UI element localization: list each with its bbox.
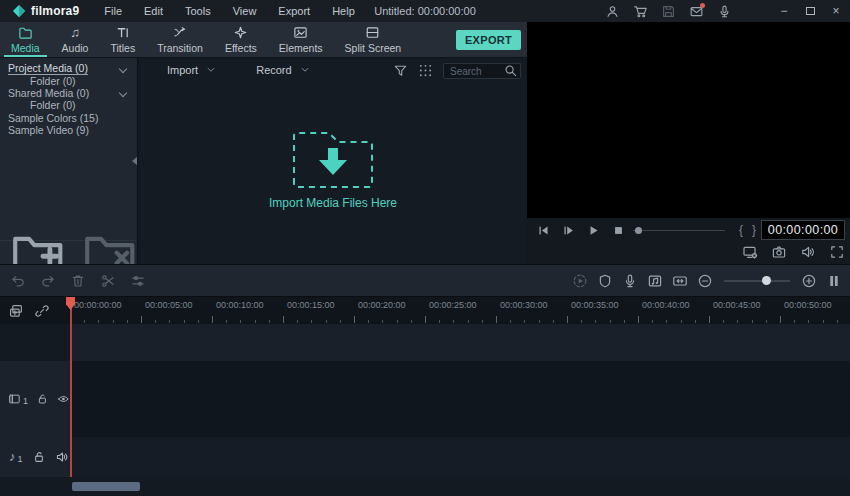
maximize-button[interactable]	[804, 0, 816, 22]
chevron-down-icon[interactable]	[120, 89, 127, 96]
tab-split-screen[interactable]: Split Screen	[334, 22, 413, 57]
snapshot-camera-icon[interactable]	[771, 244, 787, 260]
next-frame-button[interactable]	[562, 224, 575, 237]
ruler-tick	[652, 320, 653, 323]
ruler-label: 00:00:40:00	[642, 300, 690, 310]
track-height-icon[interactable]	[826, 273, 842, 289]
grid-view-icon[interactable]	[418, 63, 433, 78]
link-icon[interactable]	[34, 303, 50, 319]
import-dropdown[interactable]: Import	[161, 64, 222, 76]
preview-screen[interactable]	[527, 22, 850, 218]
audio-mixer-icon[interactable]	[647, 273, 663, 289]
sidebar-item-folder-0[interactable]: Folder (0)	[0, 99, 137, 111]
delete-icon[interactable]	[70, 273, 86, 289]
tab-titles[interactable]: Titles	[99, 22, 146, 57]
tab-transition[interactable]: Transition	[146, 22, 214, 57]
display-settings-icon[interactable]	[742, 244, 758, 260]
cart-icon[interactable]	[633, 4, 648, 19]
tab-label: Effects	[225, 42, 257, 54]
minimize-button[interactable]: −	[778, 0, 790, 22]
tab-audio[interactable]: ♫Audio	[51, 22, 100, 57]
titles-icon	[115, 25, 130, 40]
zoom-to-fit-icon[interactable]	[672, 273, 688, 289]
ruler-tick	[595, 320, 596, 323]
export-button[interactable]: EXPORT	[456, 30, 521, 50]
dropzone-label: Import Media Files Here	[269, 196, 397, 210]
lock-icon[interactable]	[32, 450, 46, 464]
edit-toolbar	[0, 264, 850, 297]
audio-track[interactable]: ♪ 1	[0, 437, 850, 477]
sidebar-item-sample-colors-15[interactable]: Sample Colors (15)	[0, 112, 137, 124]
menu-edit[interactable]: Edit	[133, 0, 174, 22]
sidebar-item-sample-video-9[interactable]: Sample Video (9)	[0, 124, 137, 136]
menu-file[interactable]: File	[93, 0, 133, 22]
menu-export[interactable]: Export	[267, 0, 321, 22]
adjust-icon[interactable]	[130, 273, 146, 289]
ruler-tick	[794, 320, 795, 323]
tab-effects[interactable]: Effects	[214, 22, 268, 57]
fullscreen-icon[interactable]	[829, 244, 845, 260]
elements-icon	[293, 25, 308, 40]
seek-handle[interactable]	[635, 227, 642, 234]
previous-frame-button[interactable]	[537, 224, 550, 237]
lock-icon[interactable]	[36, 392, 49, 406]
ruler-tick	[127, 320, 128, 323]
import-media-dropzone[interactable]: Import Media Files Here	[269, 126, 397, 210]
timeline-ruler[interactable]: 00:00:00:0000:00:05:0000:00:10:0000:00:1…	[70, 297, 850, 324]
render-preview-icon[interactable]	[572, 273, 588, 289]
menu-view[interactable]: View	[222, 0, 268, 22]
sidebar-item-label: Shared Media (0)	[8, 87, 89, 99]
filter-icon[interactable]	[393, 63, 408, 78]
record-dropdown[interactable]: Record	[250, 64, 315, 76]
voiceover-mic-icon[interactable]	[622, 273, 638, 289]
mute-speaker-icon[interactable]	[55, 450, 69, 464]
timeline-scrollbar-thumb[interactable]	[72, 482, 140, 491]
playhead-line[interactable]	[70, 297, 72, 491]
sidebar-item-label: Folder (0)	[30, 75, 76, 87]
tab-label: Audio	[62, 42, 89, 54]
timeline-zoom-slider[interactable]	[724, 274, 790, 288]
menu-tools[interactable]: Tools	[174, 0, 222, 22]
maximize-icon	[806, 7, 815, 15]
split-scissors-icon[interactable]	[100, 273, 116, 289]
marker-icon[interactable]	[597, 273, 613, 289]
ruler-tick	[766, 320, 767, 323]
sidebar-item-shared-media-0[interactable]: Shared Media (0)	[0, 87, 137, 99]
tab-elements[interactable]: Elements	[268, 22, 334, 57]
tab-label: Transition	[157, 42, 203, 54]
chevron-down-icon[interactable]	[120, 65, 127, 72]
menu-help[interactable]: Help	[321, 0, 366, 22]
ruler-label: 00:00:30:00	[500, 300, 548, 310]
eye-icon[interactable]	[57, 392, 70, 406]
audio-track-number: 1	[18, 454, 23, 464]
sidebar-item-folder-0[interactable]: Folder (0)	[0, 74, 137, 86]
mark-out-button[interactable]: }	[752, 223, 756, 237]
zoom-in-icon[interactable]	[801, 273, 817, 289]
seek-slider[interactable]	[633, 224, 725, 237]
sidebar-item-project-media-0[interactable]: Project Media (0)	[0, 62, 137, 74]
play-button[interactable]	[587, 224, 600, 237]
redo-icon[interactable]	[40, 273, 56, 289]
volume-icon[interactable]	[800, 244, 816, 260]
mail-icon[interactable]	[689, 4, 704, 19]
undo-icon[interactable]	[10, 273, 26, 289]
zoom-slider-handle[interactable]	[762, 276, 771, 285]
ruler-tick	[397, 320, 398, 323]
ruler-tick	[283, 316, 284, 323]
account-icon[interactable]	[605, 4, 620, 19]
microphone-icon[interactable]	[717, 4, 732, 19]
stop-button[interactable]	[612, 224, 625, 237]
save-icon[interactable]	[661, 4, 676, 19]
manage-tracks-icon[interactable]	[8, 303, 24, 319]
sidebar-collapse-handle[interactable]	[131, 152, 138, 168]
tab-media[interactable]: Media	[0, 22, 51, 57]
video-track[interactable]: 1	[0, 361, 850, 437]
timeline-scrollbar[interactable]	[0, 477, 850, 496]
zoom-out-icon[interactable]	[697, 273, 713, 289]
ruler-tick	[695, 320, 696, 323]
ruler-tick	[581, 320, 582, 323]
ruler-tick	[553, 320, 554, 323]
mark-in-button[interactable]: {	[739, 223, 743, 237]
menu-bar: FileEditToolsViewExportHelp	[93, 0, 365, 22]
close-button[interactable]: ×	[830, 0, 842, 22]
